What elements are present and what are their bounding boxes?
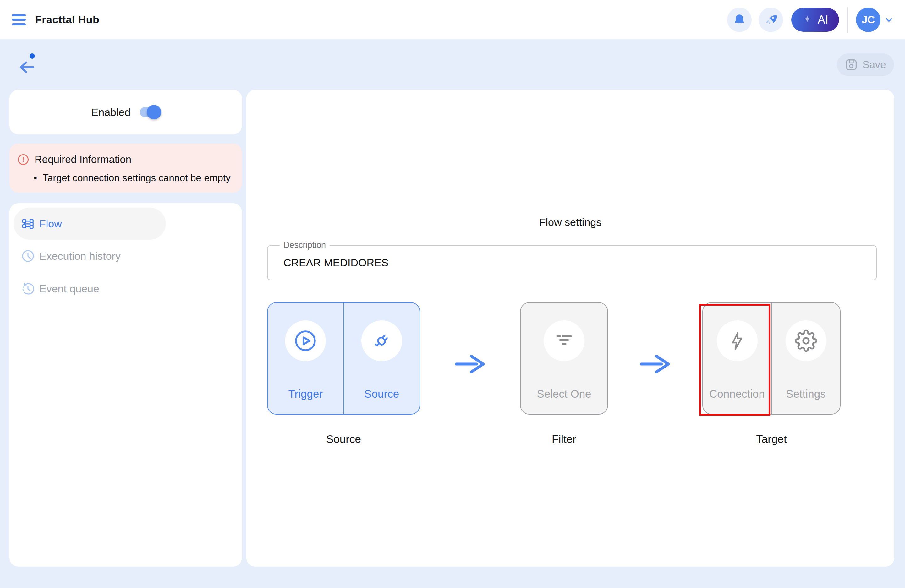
history-icon [21,282,35,295]
sidebar-item-label: Flow [39,218,62,230]
lightning-bolt-icon [727,331,747,351]
trigger-node[interactable]: Trigger [268,303,344,414]
sidebar-item-event-queue[interactable]: Event queue [14,272,238,305]
filter-node-circle [544,320,584,361]
sidebar-nav: Flow Execution history Event queue [10,203,242,567]
filter-node-label: Select One [537,388,591,400]
toggle-knob [147,105,161,119]
description-field: Description [267,245,877,280]
save-button[interactable]: Save [837,53,894,76]
clock-icon [21,249,35,263]
arrow-right-icon [640,354,670,374]
play-circle-icon [294,329,318,353]
sidebar-item-execution-history[interactable]: Execution history [14,240,238,272]
enabled-label: Enabled [91,106,131,119]
notifications-button[interactable] [727,8,752,32]
source-group: Trigger Source [267,302,420,415]
ai-assistant-button[interactable]: AI [791,8,839,32]
alert-title: Required Information [35,154,131,166]
sidebar-item-label: Event queue [39,283,99,295]
topbar-actions: AI JC [720,7,894,33]
topbar-divider [847,7,848,33]
bell-icon [733,14,746,26]
trigger-node-circle [285,320,326,361]
user-avatar[interactable]: JC [856,8,881,32]
alert-bullet: • [33,173,37,184]
flow-connector-1 [420,302,520,415]
enabled-card: Enabled [10,90,242,135]
rocket-icon [764,13,777,26]
back-arrow-icon [17,60,35,75]
hamburger-menu-icon[interactable] [12,14,26,25]
connection-node-circle [717,320,757,361]
target-group-label: Target [702,433,841,445]
plug-icon [370,330,393,352]
alert-item: • Target connection settings cannot be e… [33,173,236,184]
back-button[interactable] [17,55,37,74]
launcher-button[interactable] [759,8,783,32]
description-field-label: Description [279,240,330,250]
account-menu-button[interactable] [884,15,894,24]
page-title: Flow settings [246,216,894,228]
trigger-node-label: Trigger [288,388,323,400]
save-label: Save [862,59,886,71]
sidebar-item-label: Execution history [39,250,121,262]
required-info-alert: ! Required Information • Target connecti… [10,144,242,193]
content-area: Enabled ! Required Information • Target … [0,90,905,577]
flow-group-labels: Source Filter Target [246,433,894,445]
workflow-icon [21,217,35,230]
source-node-label: Source [364,388,399,400]
flow-diagram: Trigger Source [246,302,894,415]
settings-node[interactable]: Settings [772,303,840,414]
sparkle-icon [802,14,813,25]
filter-group-label: Filter [520,433,608,445]
enabled-toggle[interactable] [140,107,160,117]
connection-node[interactable]: Connection [703,303,772,414]
connection-node-label: Connection [709,388,765,400]
source-node-circle [361,320,402,361]
app-title: Fracttal Hub [35,14,99,26]
description-input[interactable] [268,246,876,279]
chevron-down-icon [884,15,894,24]
unsaved-changes-dot [30,53,35,59]
page-header: Save [0,39,905,90]
save-icon [845,58,858,71]
settings-node-label: Settings [786,388,826,400]
settings-node-circle [786,320,826,361]
flow-connector-2 [608,302,702,415]
alert-item-text: Target connection settings cannot be emp… [43,173,231,184]
top-bar: Fracttal Hub AI JC [0,0,905,39]
source-group-label: Source [267,433,420,445]
flow-settings-card: Flow settings Description Trigger [246,90,894,567]
alert-exclamation-icon: ! [18,154,29,165]
left-panel: Enabled ! Required Information • Target … [10,90,242,567]
arrow-right-icon [455,354,485,374]
ai-label: AI [818,13,828,26]
filter-icon [554,331,574,351]
target-group: Connection Settings [702,302,841,415]
source-node[interactable]: Source [344,303,420,414]
filter-node[interactable]: Select One [520,302,608,415]
sidebar-item-flow[interactable]: Flow [14,208,166,240]
gear-icon [795,330,817,352]
